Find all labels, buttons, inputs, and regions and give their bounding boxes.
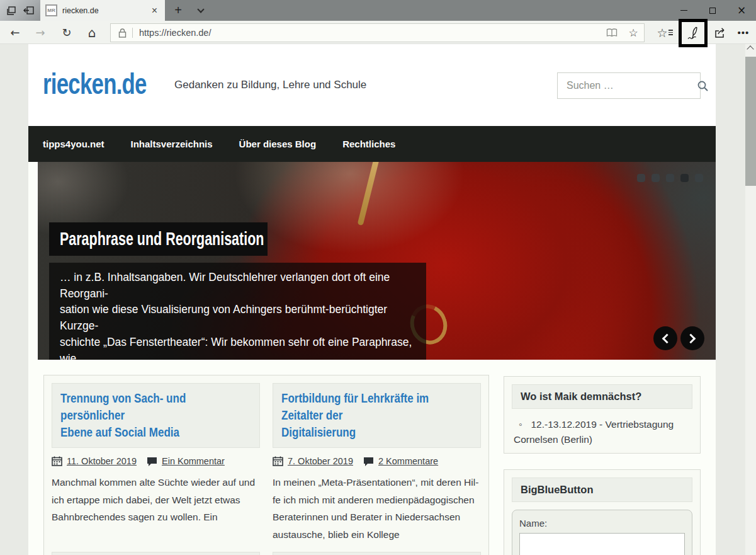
widget-title-box: Wo ist Maik demnächst? xyxy=(512,384,692,409)
events-widget: Wo ist Maik demnächst? ◦12.-13.12.2019 -… xyxy=(504,376,701,454)
slider-dot-5[interactable] xyxy=(695,174,703,182)
hub-favorites-button[interactable]: ☆ xyxy=(653,21,676,44)
scroll-up-icon[interactable] xyxy=(747,45,753,52)
reading-view-icon[interactable] xyxy=(601,24,623,42)
settings-more-button[interactable]: ••• xyxy=(732,21,755,44)
post-title-link[interactable]: Fortbildung für Lehrkräfte im Zeitalter … xyxy=(281,390,444,441)
slider-next-button[interactable] xyxy=(680,326,704,350)
post-comments-link[interactable]: Ein Kommentar xyxy=(162,456,225,466)
post-title-box[interactable]: Fortbildung für Lehrkräfte im Zeitalter … xyxy=(273,383,481,448)
site-container: riecken.de Gedanken zu Bildung, Lehre un… xyxy=(28,44,716,555)
comments-icon xyxy=(363,457,374,466)
web-note-pen-icon[interactable] xyxy=(685,25,701,42)
address-separator xyxy=(132,28,133,38)
nav-item-rechtliches[interactable]: Rechtliches xyxy=(342,139,395,149)
window-controls: × xyxy=(669,0,756,21)
post-comments-link[interactable]: 2 Kommentare xyxy=(378,456,438,466)
post-card: Fortbildung für Lehrkräfte im Zeitalter … xyxy=(273,383,481,543)
tab-bar-corner xyxy=(0,0,40,21)
slider-dot-3[interactable] xyxy=(666,174,674,182)
site-tagline: Gedanken zu Bildung, Lehre und Schule xyxy=(174,79,366,91)
main-navigation: tipps4you.net Inhaltsverzeichnis Über di… xyxy=(28,126,716,162)
post-title-box[interactable]: Als Linuxer kann man nicht tiefer sinken… xyxy=(273,552,481,555)
widget-title: Wo ist Maik demnächst? xyxy=(521,391,641,402)
share-icon xyxy=(714,27,726,38)
tab-close-icon[interactable]: × xyxy=(149,5,160,16)
post-title-box[interactable]: Die Autonomie der Schule und Medienentwi… xyxy=(52,552,260,555)
site-favicon: MR xyxy=(45,4,57,16)
list-bullet: ◦ xyxy=(519,417,522,432)
nav-item-inhaltsverzeichnis[interactable]: Inhaltsverzeichnis xyxy=(131,139,213,149)
set-tabs-aside-icon[interactable] xyxy=(23,6,34,15)
browser-titlebar: MR riecken.de × + × xyxy=(0,0,756,21)
url-text[interactable]: https://riecken.de/ xyxy=(139,28,601,38)
tab-dropdown-button[interactable] xyxy=(190,0,212,21)
slider-dot-1[interactable] xyxy=(637,174,645,182)
slide-title-box[interactable]: Paraphrase und Reorganisation xyxy=(49,222,268,256)
search-box xyxy=(557,72,701,99)
calendar-icon xyxy=(52,456,62,466)
add-favorite-star-icon[interactable]: ☆ xyxy=(623,24,644,42)
share-button[interactable] xyxy=(709,21,731,44)
browser-tab[interactable]: MR riecken.de × xyxy=(40,0,165,21)
slider-dot-4[interactable] xyxy=(680,174,689,182)
post-date-link[interactable]: 11. Oktober 2019 xyxy=(67,456,137,466)
nav-item-ueber-dieses-blog[interactable]: Über dieses Blog xyxy=(239,139,317,149)
site-header: riecken.de Gedanken zu Bildung, Lehre un… xyxy=(28,44,716,126)
bigbluebutton-widget: BigBlueButton Name: xyxy=(504,469,701,555)
slider-arrows xyxy=(653,326,704,350)
chevron-down-icon xyxy=(197,6,204,13)
slide-title[interactable]: Paraphrase und Reorganisation xyxy=(60,229,264,249)
slide-excerpt: … in z.B. Inhaltsangaben. Wir Deutschleh… xyxy=(49,263,426,360)
hero-slider: Paraphrase und Reorganisation … in z.B. … xyxy=(38,162,716,360)
post-excerpt: Manchmal kommen alte Süchte wieder auf u… xyxy=(52,474,260,526)
calendar-icon xyxy=(273,456,283,466)
tab-title: riecken.de xyxy=(62,6,144,15)
post-title-link[interactable]: Trennung von Sach- und persönlicher Eben… xyxy=(60,390,223,441)
post-date-link[interactable]: 7. Oktober 2019 xyxy=(288,456,353,466)
slider-dot-2[interactable] xyxy=(652,174,660,182)
knitting-needle-image xyxy=(358,162,381,226)
chevron-right-icon xyxy=(686,333,696,343)
lock-icon xyxy=(118,28,127,38)
post-card: Als Linuxer kann man nicht tiefer sinken… xyxy=(273,552,481,555)
post-meta: 11. Oktober 2019 Ein Kommentar xyxy=(52,456,260,466)
post-card: Die Autonomie der Schule und Medienentwi… xyxy=(52,552,260,555)
maximize-button[interactable] xyxy=(698,0,727,21)
tab-preview-icon[interactable] xyxy=(6,6,16,16)
home-button[interactable]: ⌂ xyxy=(81,21,103,44)
close-icon: × xyxy=(737,5,746,16)
slider-prev-button[interactable] xyxy=(653,326,677,350)
search-button[interactable] xyxy=(697,73,709,98)
scrollbar-thumb[interactable] xyxy=(745,57,756,186)
browser-toolbar: ← → ↻ ⌂ https://riecken.de/ ☆ ☆ ••• xyxy=(0,21,756,44)
forward-button[interactable]: → xyxy=(29,21,52,44)
site-logo[interactable]: riecken.de xyxy=(43,66,147,101)
hub-lines-icon xyxy=(669,30,673,35)
search-input[interactable] xyxy=(558,80,697,91)
slider-dots xyxy=(637,174,703,182)
refresh-button[interactable]: ↻ xyxy=(55,21,78,44)
post-card: Trennung von Sach- und persönlicher Eben… xyxy=(52,383,260,526)
page-viewport: riecken.de Gedanken zu Bildung, Lehre un… xyxy=(0,44,756,555)
close-button[interactable]: × xyxy=(727,0,756,21)
search-icon xyxy=(697,80,709,92)
nav-item-tipps4you[interactable]: tipps4you.net xyxy=(43,139,104,149)
post-meta: 7. Oktober 2019 2 Kommentare xyxy=(273,456,481,466)
back-button[interactable]: ← xyxy=(4,21,26,44)
address-bar[interactable]: https://riecken.de/ ☆ xyxy=(110,23,645,42)
post-excerpt: In meinen „Meta-Präsentationen“, mit der… xyxy=(273,474,481,543)
chevron-left-icon xyxy=(662,333,672,343)
minimize-button[interactable] xyxy=(669,0,698,21)
hub-star-icon: ☆ xyxy=(657,26,667,40)
page-scrollbar[interactable] xyxy=(745,44,756,555)
widget-title: BigBlueButton xyxy=(521,484,593,495)
new-tab-button[interactable]: + xyxy=(167,0,189,21)
bbb-name-input[interactable] xyxy=(519,533,685,555)
bbb-form: Name: xyxy=(512,510,692,555)
event-item: 12.-13.12.2019 - Vertriebstagung Cornels… xyxy=(514,419,674,445)
comments-icon xyxy=(147,457,157,466)
bbb-name-label: Name: xyxy=(519,518,685,529)
post-title-box[interactable]: Trennung von Sach- und persönlicher Eben… xyxy=(52,383,260,448)
events-list: ◦12.-13.12.2019 - Vertriebstagung Cornel… xyxy=(512,409,692,451)
